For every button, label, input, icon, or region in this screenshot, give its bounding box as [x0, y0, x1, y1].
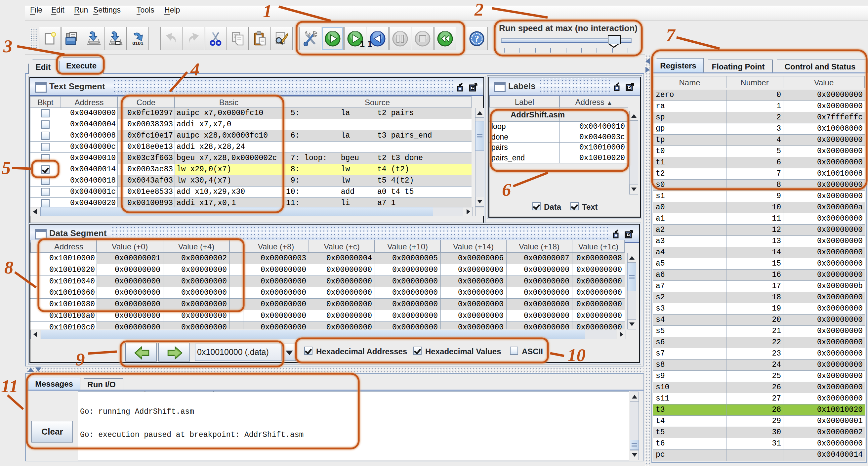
svg-text:7: 7 — [666, 25, 676, 45]
svg-text:11: 11 — [1, 376, 18, 396]
svg-text:?: ? — [474, 33, 479, 44]
svg-text:5: 5 — [2, 158, 11, 178]
svg-text:3: 3 — [3, 36, 12, 56]
svg-text:8: 8 — [4, 257, 13, 278]
svg-text:0101: 0101 — [132, 40, 143, 46]
